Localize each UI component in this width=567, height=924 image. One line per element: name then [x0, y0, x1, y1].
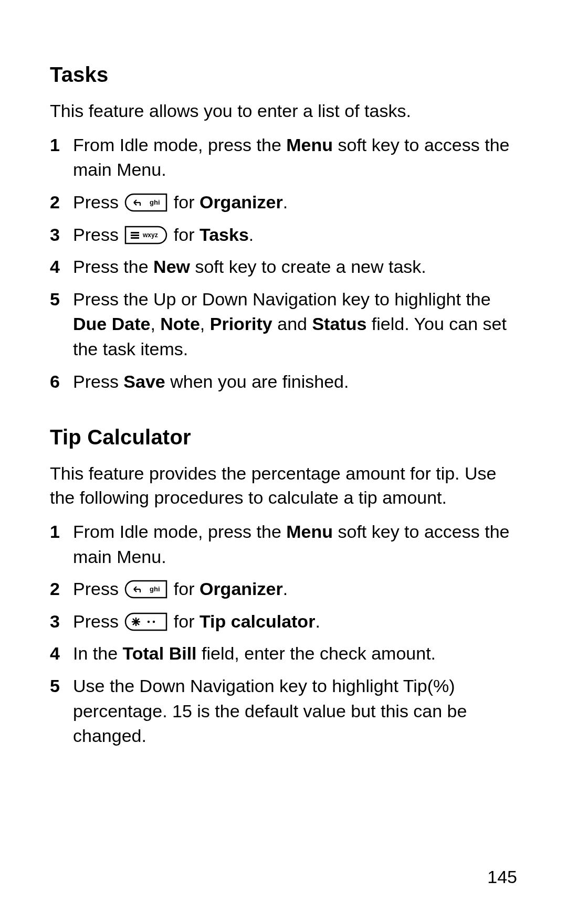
step-item: Press wxyz for Tasks.: [50, 222, 517, 248]
keyword: Organizer: [200, 192, 283, 212]
step-item: Press the Up or Down Navigation key to h…: [50, 287, 517, 362]
keyword: Save: [123, 371, 165, 391]
step-text: Press: [73, 192, 123, 212]
keyword: Status: [312, 314, 366, 334]
key-star-icon: [124, 612, 167, 631]
step-item: Press for Tip calculator.: [50, 609, 517, 634]
step-text: for: [169, 579, 200, 599]
tasks-intro: This feature allows you to enter a list …: [50, 99, 517, 123]
step-text: Press the Up or Down Navigation key to h…: [73, 289, 491, 309]
step-text: Press: [73, 579, 123, 599]
step-item: Use the Down Navigation key to highlight…: [50, 674, 517, 749]
step-item: Press the New soft key to create a new t…: [50, 254, 517, 280]
keyword: Priority: [210, 314, 272, 334]
step-text: ,: [200, 314, 210, 334]
step-text: for: [169, 611, 200, 631]
step-text: .: [283, 579, 288, 599]
keyword: Tasks: [200, 225, 249, 245]
step-text: .: [283, 192, 288, 212]
svg-text:ghi: ghi: [150, 585, 160, 593]
key-4ghi-icon: ghi: [124, 193, 167, 212]
svg-point-11: [153, 621, 155, 623]
step-text: Press: [73, 371, 123, 391]
keyword: Menu: [286, 522, 333, 541]
step-item: Press Save when you are finished.: [50, 369, 517, 395]
step-item: From Idle mode, press the Menu soft key …: [50, 133, 517, 183]
tasks-steps: From Idle mode, press the Menu soft key …: [50, 133, 517, 394]
step-item: From Idle mode, press the Menu soft key …: [50, 519, 517, 569]
step-item: Press ghi for Organizer.: [50, 577, 517, 602]
keyword: Organizer: [200, 579, 283, 599]
step-item: Press ghi for Organizer.: [50, 190, 517, 215]
step-text: and: [272, 314, 312, 334]
step-text: soft key to create a new task.: [190, 257, 426, 277]
step-text: Press the: [73, 257, 153, 277]
tip-calculator-steps: From Idle mode, press the Menu soft key …: [50, 519, 517, 749]
keyword: Tip calculator: [200, 611, 315, 631]
svg-text:ghi: ghi: [150, 198, 160, 206]
keyword: Menu: [286, 135, 333, 155]
svg-text:wxyz: wxyz: [142, 231, 158, 239]
section-heading-tasks: Tasks: [50, 63, 517, 87]
step-text: for: [169, 225, 200, 245]
step-item: In the Total Bill field, enter the check…: [50, 641, 517, 666]
step-text: Press: [73, 611, 123, 631]
step-text: Press: [73, 225, 123, 245]
svg-point-10: [148, 621, 150, 623]
keyword: Due Date: [73, 314, 150, 334]
key-9wxyz-icon: wxyz: [124, 226, 167, 245]
step-text: From Idle mode, press the: [73, 135, 286, 155]
svg-rect-2: [131, 235, 139, 236]
step-text: .: [315, 611, 320, 631]
svg-rect-1: [131, 232, 139, 233]
svg-rect-3: [131, 237, 139, 239]
step-text: Use the Down Navigation key to highlight…: [73, 676, 467, 746]
step-text: ,: [150, 314, 160, 334]
step-text: From Idle mode, press the: [73, 522, 286, 541]
keyword: New: [153, 257, 190, 277]
keyword: Note: [160, 314, 200, 334]
step-text: for: [169, 192, 200, 212]
tip-calculator-intro: This feature provides the percentage amo…: [50, 462, 517, 510]
step-text: In the: [73, 643, 123, 663]
manual-page: Tasks This feature allows you to enter a…: [0, 0, 567, 924]
step-text: field, enter the check amount.: [197, 643, 436, 663]
page-number: 145: [487, 867, 517, 887]
key-4ghi-icon: ghi: [124, 580, 167, 599]
step-text: .: [249, 225, 254, 245]
section-heading-tip-calculator: Tip Calculator: [50, 426, 517, 449]
step-text: when you are finished.: [165, 371, 349, 391]
keyword: Total Bill: [123, 643, 197, 663]
